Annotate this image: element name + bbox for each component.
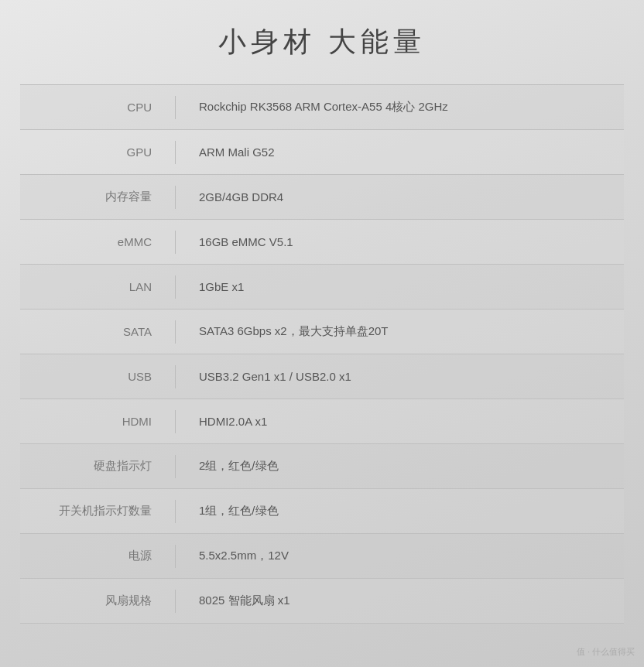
- spec-value: SATA3 6Gbps x2，最大支持单盘20T: [176, 324, 624, 339]
- watermark: 值 · 什么值得买: [577, 646, 635, 658]
- table-row: 电源5.5x2.5mm，12V: [20, 534, 624, 579]
- table-row: USBUSB3.2 Gen1 x1 / USB2.0 x1: [20, 354, 624, 399]
- spec-value: 2GB/4GB DDR4: [176, 190, 624, 204]
- table-row: SATASATA3 6Gbps x2，最大支持单盘20T: [20, 310, 624, 354]
- spec-label: GPU: [20, 145, 175, 159]
- spec-label: CPU: [20, 101, 175, 114]
- spec-label: SATA: [20, 325, 175, 338]
- spec-label: HDMI: [20, 415, 175, 428]
- spec-label: 硬盘指示灯: [20, 459, 175, 474]
- table-row: HDMIHDMI2.0A x1: [20, 399, 624, 444]
- spec-value: USB3.2 Gen1 x1 / USB2.0 x1: [176, 370, 624, 383]
- specs-table: CPURockchip RK3568 ARM Cortex-A55 4核心 2G…: [20, 84, 624, 624]
- spec-value: 1组，红色/绿色: [176, 504, 624, 518]
- table-row: CPURockchip RK3568 ARM Cortex-A55 4核心 2G…: [20, 85, 624, 130]
- spec-label: 开关机指示灯数量: [20, 504, 175, 518]
- spec-value: 5.5x2.5mm，12V: [176, 549, 624, 563]
- spec-label: 电源: [20, 549, 175, 563]
- spec-value: HDMI2.0A x1: [176, 415, 624, 428]
- spec-value: 16GB eMMC V5.1: [176, 235, 624, 248]
- spec-label: USB: [20, 370, 175, 383]
- spec-value: 1GbE x1: [176, 280, 624, 293]
- spec-value: Rockchip RK3568 ARM Cortex-A55 4核心 2GHz: [176, 100, 624, 115]
- spec-value: ARM Mali G52: [176, 145, 624, 159]
- spec-label: 内存容量: [20, 190, 175, 204]
- table-row: 内存容量2GB/4GB DDR4: [20, 175, 624, 220]
- table-row: eMMC16GB eMMC V5.1: [20, 220, 624, 265]
- table-row: 开关机指示灯数量1组，红色/绿色: [20, 489, 624, 534]
- spec-value: 2组，红色/绿色: [176, 459, 624, 474]
- spec-label: 风扇规格: [20, 593, 175, 608]
- page-title: 小身材 大能量: [218, 23, 426, 61]
- table-row: 硬盘指示灯2组，红色/绿色: [20, 444, 624, 489]
- spec-label: LAN: [20, 280, 175, 293]
- spec-label: eMMC: [20, 235, 175, 248]
- spec-value: 8025 智能风扇 x1: [176, 593, 624, 608]
- table-row: 风扇规格8025 智能风扇 x1: [20, 579, 624, 624]
- table-row: GPUARM Mali G52: [20, 130, 624, 175]
- table-row: LAN1GbE x1: [20, 265, 624, 310]
